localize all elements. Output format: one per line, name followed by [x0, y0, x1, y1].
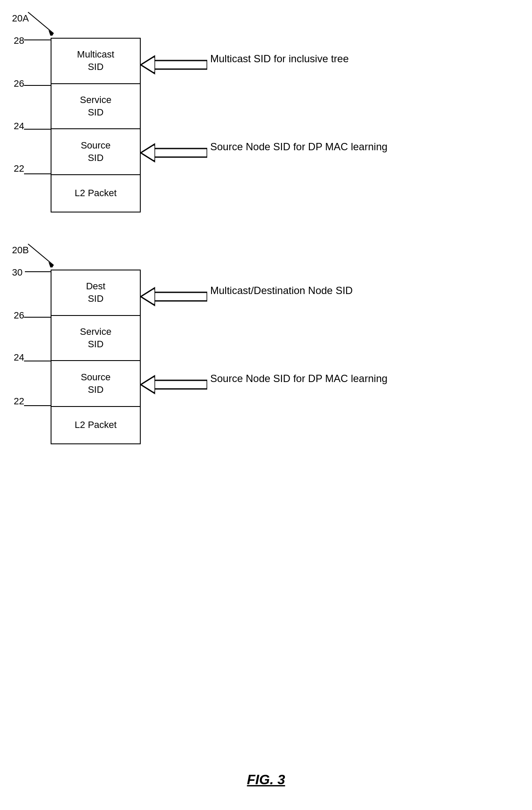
diagram-container: 20A MulticastSID ServiceSID SourceSID L2…	[0, 0, 532, 810]
svg-line-18	[28, 244, 54, 265]
diagram-b-arrow	[28, 244, 62, 267]
annotation-multicast-sid: Multicast SID for inclusive tree	[210, 53, 349, 65]
svg-rect-12	[154, 149, 207, 157]
arrow-dest-sid	[141, 287, 207, 306]
svg-rect-6	[154, 61, 207, 69]
cell-l2-packet-a: L2 Packet	[51, 175, 140, 212]
svg-rect-30	[154, 380, 207, 389]
fig-caption: FIG. 3	[0, 772, 532, 788]
cell-service-sid-a: ServiceSID	[51, 84, 140, 129]
bracket-30	[25, 270, 52, 275]
svg-line-0	[28, 12, 54, 33]
annotation-source-sid-b: Source Node SID for DP MAC learning	[210, 373, 387, 385]
packet-stack-a: MulticastSID ServiceSID SourceSID L2 Pac…	[51, 38, 141, 212]
diagram-a-arrow	[28, 12, 62, 36]
diagram-b-label: 20B	[12, 245, 29, 256]
cell-source-sid-b: SourceSID	[51, 361, 140, 407]
ref-30: 30	[12, 267, 22, 278]
svg-rect-24	[154, 292, 207, 301]
cell-service-sid-b: ServiceSID	[51, 316, 140, 361]
arrow-source-sid-b	[141, 375, 207, 394]
ref-a-24: 24	[14, 121, 24, 132]
ref-b-26: 26	[14, 310, 24, 321]
ref-b-22: 22	[14, 396, 24, 407]
cell-source-sid-a: SourceSID	[51, 129, 140, 175]
bracket-b-24	[24, 359, 52, 364]
bracket-28	[24, 38, 52, 43]
bracket-b-22	[24, 403, 52, 409]
arrow-source-sid-a	[141, 143, 207, 163]
ref-a-22: 22	[14, 163, 24, 174]
packet-stack-b: DestSID ServiceSID SourceSID L2 Packet	[51, 270, 141, 444]
annotation-source-sid-a: Source Node SID for DP MAC learning	[210, 141, 387, 153]
cell-l2-packet-b: L2 Packet	[51, 407, 140, 443]
bracket-b-26	[24, 315, 52, 320]
arrow-multicast-sid	[141, 55, 207, 75]
bracket-a-22	[24, 172, 52, 177]
ref-b-24: 24	[14, 352, 24, 363]
cell-multicast-sid: MulticastSID	[51, 39, 140, 84]
ref-28: 28	[14, 35, 24, 46]
diagram-a-label: 20A	[12, 13, 29, 24]
cell-dest-sid: DestSID	[51, 270, 140, 316]
bracket-a-24	[24, 127, 52, 132]
ref-a-26: 26	[14, 78, 24, 89]
annotation-dest-sid: Multicast/Destination Node SID	[210, 285, 353, 297]
bracket-a-26	[24, 83, 52, 88]
